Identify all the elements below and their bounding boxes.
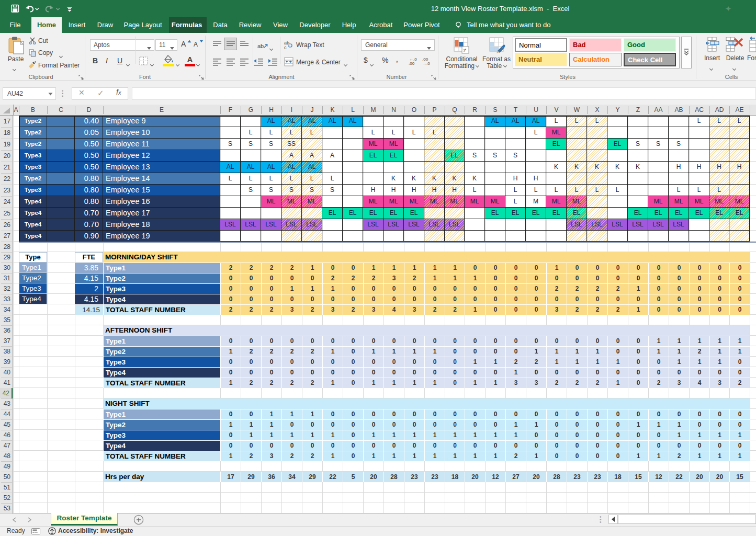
svg-text:c: c (284, 45, 287, 49)
svg-text:ab: ab (257, 43, 264, 49)
svg-text:.00: .00 (409, 61, 415, 65)
svg-text:→.0: →.0 (422, 61, 430, 65)
svg-text:≠: ≠ (463, 47, 466, 53)
